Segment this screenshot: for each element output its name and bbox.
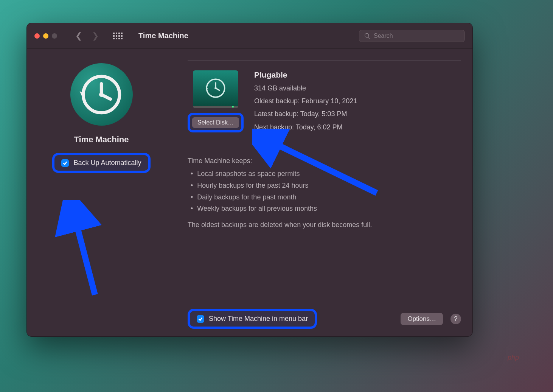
time-machine-icon [70, 63, 133, 126]
forward-button[interactable]: ❯ [92, 31, 99, 41]
disk-name: Plugable [254, 70, 461, 79]
bottom-row: Show Time Machine in menu bar Options… ? [188, 301, 461, 329]
keeps-item: Daily backups for the past month [191, 191, 461, 203]
window-title: Time Machine [138, 31, 188, 40]
svg-line-3 [101, 95, 110, 99]
svg-line-9 [216, 88, 219, 90]
show-menubar-row: Show Time Machine in menu bar [188, 309, 317, 329]
backup-automatically-label: Back Up Automatically [73, 159, 141, 167]
search-input[interactable] [374, 33, 460, 39]
show-all-icon[interactable] [113, 33, 123, 39]
disk-available: 314 GB available [254, 82, 461, 95]
select-disk-highlight: Select Disk… [188, 113, 244, 132]
show-menubar-checkbox[interactable] [197, 315, 204, 323]
left-panel: Time Machine Back Up Automatically [27, 49, 176, 336]
keeps-item: Hourly backups for the past 24 hours [191, 180, 461, 191]
keeps-item: Local snapshots as space permits [191, 168, 461, 180]
annotation-arrow-1 [50, 200, 103, 299]
right-panel: Select Disk… Plugable 314 GB available O… [176, 49, 472, 336]
content-area: Time Machine Back Up Automatically [27, 49, 472, 336]
traffic-lights [34, 33, 57, 39]
show-menubar-label: Show Time Machine in menu bar [209, 315, 308, 323]
latest-backup: Latest backup: Today, 5:03 PM [254, 107, 461, 120]
minimize-button[interactable] [43, 33, 48, 39]
keeps-note: The oldest backups are deleted when your… [188, 219, 461, 231]
keeps-item: Weekly backups for all previous months [191, 203, 461, 215]
select-disk-button[interactable]: Select Disk… [192, 117, 239, 128]
keeps-list: Local snapshots as space permits Hourly … [191, 168, 461, 214]
disk-column: Select Disk… [188, 70, 244, 134]
preferences-window: ❮ ❯ Time Machine [26, 23, 473, 337]
search-field[interactable] [359, 30, 465, 42]
window-toolbar: ❮ ❯ Time Machine [27, 23, 472, 49]
zoom-button[interactable] [52, 33, 57, 39]
next-backup: Next backup: Today, 6:02 PM [254, 121, 461, 134]
keeps-title: Time Machine keeps: [188, 155, 461, 167]
nav-arrows: ❮ ❯ [75, 31, 99, 41]
backup-disk-icon [193, 70, 238, 108]
svg-line-5 [72, 208, 95, 295]
app-name-label: Time Machine [74, 135, 129, 145]
close-button[interactable] [34, 33, 40, 39]
backup-automatically-row: Back Up Automatically [52, 153, 150, 173]
options-button[interactable]: Options… [401, 313, 443, 325]
backup-automatically-checkbox[interactable] [61, 159, 69, 167]
keeps-section: Time Machine keeps: Local snapshots as s… [188, 145, 461, 231]
help-button[interactable]: ? [450, 314, 461, 324]
disk-section: Select Disk… Plugable 314 GB available O… [188, 60, 461, 145]
search-icon [364, 33, 371, 39]
oldest-backup: Oldest backup: February 10, 2021 [254, 95, 461, 107]
disk-info: Plugable 314 GB available Oldest backup:… [254, 70, 461, 134]
watermark: php [508, 354, 519, 362]
back-button[interactable]: ❮ [75, 31, 82, 41]
